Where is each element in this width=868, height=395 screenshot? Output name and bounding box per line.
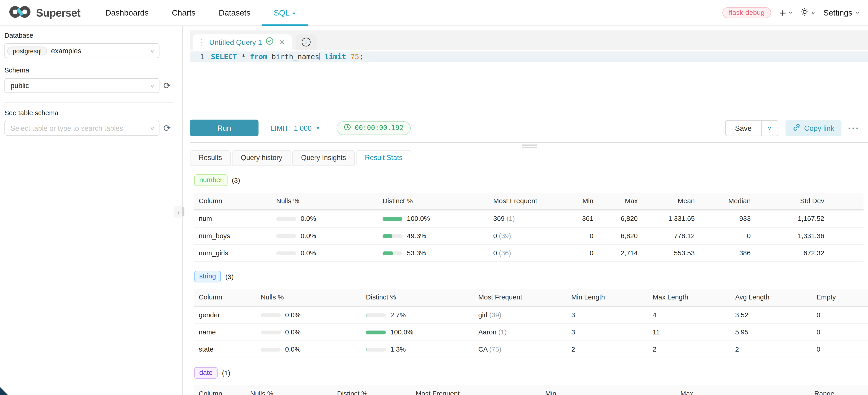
progress-bar (366, 330, 386, 334)
nav-item-dashboards[interactable]: Dashboards (94, 0, 160, 26)
distinct-cell: 49.3% (378, 227, 489, 244)
environment-tag: flask-debug (722, 7, 771, 18)
caret-down-icon: ▼ (315, 125, 320, 130)
database-engine-tag: postgresql (7, 46, 47, 55)
value-cell: 553.53 (642, 244, 699, 262)
nulls-cell: 0.0% (256, 324, 361, 341)
table-row: gender0.0%2.7%girl (39)343.520 (194, 306, 868, 324)
most-frequent-cell: 0 (39) (489, 227, 555, 244)
most-frequent-cell: CA (75) (474, 341, 567, 358)
value-cell: 2 (567, 341, 648, 358)
column-header: Avg Length (731, 289, 812, 306)
more-options-button[interactable]: ··· (848, 124, 860, 132)
code-token-plain: ; (359, 53, 363, 61)
value-cell: 778.12 (642, 227, 699, 244)
drag-handle-icon: ⋮ (198, 38, 206, 46)
superset-sql-lab: Superset Dashboards Charts Datasets SQL … (0, 0, 868, 395)
new-item-button[interactable]: + ∨ (780, 7, 792, 18)
progress-bar (382, 251, 402, 255)
schema-label: Schema (4, 66, 178, 74)
nulls-cell: 0.0% (256, 306, 361, 324)
column-name-cell: gender (194, 306, 256, 324)
value-cell: 6,820 (598, 210, 642, 227)
column-name-cell: num_boys (194, 227, 272, 244)
table-select[interactable]: Select table or type to search tables ∨ (4, 121, 159, 135)
column-header: Nulls % (256, 289, 361, 306)
value-cell: 0 (699, 227, 755, 244)
value-cell: 1,167.52 (755, 210, 829, 227)
progress-bar (366, 347, 386, 351)
pane-splitter (190, 142, 868, 143)
nav-menu: Dashboards Charts Datasets SQL ∨ (94, 0, 308, 26)
limit-label: LIMIT: (271, 124, 290, 132)
splitter-grip[interactable] (522, 145, 536, 150)
close-tab-icon[interactable]: ✕ (279, 38, 285, 46)
value-cell: 0 (812, 341, 868, 358)
results-tab-bar: Results Query history Query Insights Res… (190, 150, 412, 165)
code-token-keyword: SELECT (211, 53, 237, 61)
column-header: Median (699, 193, 755, 210)
tab-results[interactable]: Results (190, 150, 231, 165)
value-cell: 0 (555, 244, 598, 262)
value-cell: 5.95 (731, 324, 812, 341)
settings-menu[interactable]: Settings ∨ (824, 8, 859, 17)
query-timer: 00:00:00.192 (336, 121, 411, 135)
limit-dropdown[interactable]: LIMIT: 1 000 ▼ (271, 124, 320, 132)
progress-bar (276, 234, 296, 238)
nulls-cell: 0.0% (272, 227, 378, 244)
theme-toggle-button[interactable]: ∨ (801, 7, 815, 18)
chevron-down-icon: ∨ (767, 125, 772, 130)
column-header: Most Frequent (489, 193, 555, 210)
refresh-schemas-icon[interactable]: ⟳ (163, 81, 171, 90)
nav-item-charts[interactable]: Charts (160, 0, 207, 26)
query-tab-title: Untitled Query 1 (209, 38, 262, 46)
value-cell: 386 (699, 244, 755, 262)
superset-logo[interactable]: Superset (9, 5, 81, 20)
nav-item-sql[interactable]: SQL ∨ (262, 0, 308, 26)
progress-bar (366, 313, 386, 317)
chevron-down-icon: ∨ (788, 10, 793, 16)
column-header: Nulls % (246, 386, 333, 395)
column-header: Distinct % (378, 193, 489, 210)
nav-item-datasets[interactable]: Datasets (207, 0, 262, 26)
stats-section-date: date(1)ColumnNulls %Distinct %Most Frequ… (194, 367, 863, 395)
table-select-placeholder: Select table or type to search tables (10, 124, 123, 132)
section-header: date(1) (194, 367, 863, 379)
run-button[interactable]: Run (190, 120, 258, 136)
sql-editor[interactable]: 1 SELECT * from birth_names limit 75; (190, 52, 868, 115)
refresh-tables-icon[interactable]: ⟳ (163, 124, 171, 132)
code-token-plain: * (237, 53, 250, 61)
copy-link-button[interactable]: Copy link (785, 120, 841, 136)
date-stats-table: ColumnNulls %Distinct %Most FrequentMinM… (194, 386, 868, 395)
tab-result-stats[interactable]: Result Stats (356, 150, 411, 165)
tab-query-history[interactable]: Query history (232, 150, 291, 165)
tab-query-insights[interactable]: Query Insights (292, 150, 355, 165)
timer-value: 00:00:00.192 (355, 124, 403, 132)
query-tab[interactable]: ⋮ Untitled Query 1 ✕ (193, 34, 291, 50)
table-row: name0.0%100.0%Aaron (1)3115.950 (194, 324, 868, 341)
column-header: Most Frequent (474, 289, 567, 306)
navbar-right: flask-debug + ∨ ∨ Settings (722, 7, 859, 18)
column-count: (3) (225, 273, 234, 280)
chevron-down-icon: ∨ (811, 10, 816, 16)
column-header: Min Length (567, 289, 648, 306)
database-select[interactable]: postgresql examples ∨ (4, 43, 159, 58)
query-success-icon (266, 37, 274, 47)
save-button[interactable]: Save (725, 120, 761, 136)
sidebar-collapse-button[interactable]: ‹ (174, 206, 183, 218)
progress-bar (261, 347, 281, 351)
column-header: Most Frequent (411, 386, 541, 395)
schema-select[interactable]: public ∨ (4, 78, 159, 93)
save-options-button[interactable]: ∨ (761, 120, 778, 136)
database-value: examples (51, 47, 81, 55)
column-header: Distinct % (333, 386, 411, 395)
clock-icon (344, 123, 351, 132)
column-count: (1) (222, 369, 230, 377)
progress-bar (276, 217, 296, 221)
column-header: Max (598, 193, 642, 210)
progress-bar (276, 251, 296, 255)
new-query-tab-button[interactable]: + (296, 34, 316, 50)
code-token-number: 75 (346, 53, 359, 61)
type-badge-date: date (194, 367, 218, 379)
value-cell: 0 (555, 227, 598, 244)
